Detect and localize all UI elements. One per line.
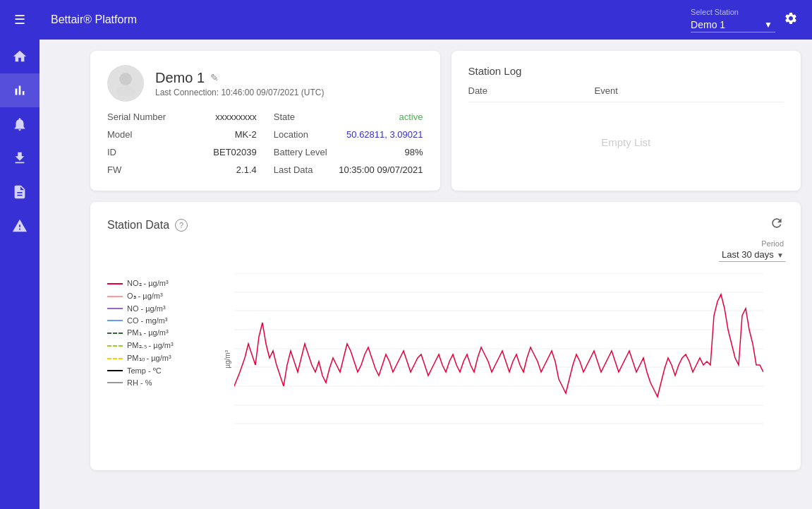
data-title: Station Data xyxy=(107,219,169,232)
legend-label-no2: NO₂ - µg/m³ xyxy=(127,279,169,288)
legend-label-o3: O₃ - µg/m³ xyxy=(127,292,163,301)
station-name: Demo 1 ✎ xyxy=(155,70,324,86)
label-lastdata: Last Data xyxy=(274,164,313,175)
chart-legend: NO₂ - µg/m³ O₃ - µg/m³ NO - µg/m³ CO - m… xyxy=(107,273,199,445)
detail-lastdata: Last Data 10:35:00 09/07/2021 xyxy=(274,163,423,176)
station-select-row: Demo 1 Demo 2 ▼ xyxy=(691,18,772,32)
period-label: Period xyxy=(761,239,784,248)
legend-label-pm10: PM₁₀ - µg/m³ xyxy=(127,354,171,363)
station-selector-wrapper: Select Station Demo 1 Demo 2 ▼ xyxy=(691,8,772,32)
label-serial: Serial Number xyxy=(107,112,166,122)
last-connection: Last Connection: 10:46:00 09/07/2021 (UT… xyxy=(155,88,324,97)
legend-co: CO - mg/m³ xyxy=(107,316,199,325)
value-model: MK-2 xyxy=(235,129,257,140)
value-fw: 2.1.4 xyxy=(236,164,257,175)
period-select[interactable]: Last 7 days Last 30 days Last 90 days xyxy=(719,248,785,262)
station-log-card: Station Log Date Event Empty List xyxy=(452,51,801,191)
sidebar-item-documents[interactable] xyxy=(0,175,40,209)
label-model: Model xyxy=(107,129,132,140)
value-battery: 98% xyxy=(404,147,423,157)
station-select[interactable]: Demo 1 Demo 2 xyxy=(691,18,775,32)
menu-icon: ☰ xyxy=(14,12,25,28)
chart-svg: 5 10 15 20 25 30 35 40 45 xyxy=(234,273,763,443)
sidebar-item-download[interactable] xyxy=(0,141,40,175)
legend-label-pm25: PM₂.₅ - µg/m³ xyxy=(127,341,174,350)
detail-state: State active xyxy=(274,110,423,124)
log-title: Station Log xyxy=(468,65,784,77)
refresh-button[interactable] xyxy=(770,216,784,234)
log-col-event: Event xyxy=(595,85,784,96)
value-id: BET02039 xyxy=(213,147,256,157)
legend-label-no: NO - µg/m³ xyxy=(127,304,166,313)
station-data-card: Station Data ? Period Last 7 days Last 3… xyxy=(90,202,801,470)
period-select-wrap: Last 7 days Last 30 days Last 90 days ▼ xyxy=(719,248,784,262)
period-wrapper: Period Last 7 days Last 30 days Last 90 … xyxy=(719,239,784,262)
chart-outer: µg/m³ 5 xyxy=(210,273,763,445)
sidebar-menu-button[interactable]: ☰ xyxy=(0,0,40,40)
detail-location: Location 50.62811, 3.09021 xyxy=(274,128,423,141)
main-content: Demo 1 ✎ Last Connection: 10:46:00 09/07… xyxy=(79,40,812,509)
legend-o3: O₃ - µg/m³ xyxy=(107,292,199,301)
detail-battery: Battery Level 98% xyxy=(274,145,423,159)
svg-point-0 xyxy=(119,73,132,85)
station-details: Serial Number xxxxxxxxx State active Mod… xyxy=(107,110,423,176)
legend-temp: Temp - ºC xyxy=(107,366,199,375)
chart-area: NO₂ - µg/m³ O₃ - µg/m³ NO - µg/m³ CO - m… xyxy=(107,273,784,445)
topbar-right: Select Station Demo 1 Demo 2 ▼ xyxy=(691,8,801,32)
legend-label-temp: Temp - ºC xyxy=(127,366,162,375)
cards-row: Demo 1 ✎ Last Connection: 10:46:00 09/07… xyxy=(90,51,801,191)
label-battery: Battery Level xyxy=(274,147,327,157)
sidebar-item-home[interactable] xyxy=(0,40,40,73)
legend-pm1: PM₁ - µg/m³ xyxy=(107,328,199,337)
help-icon[interactable]: ? xyxy=(175,219,188,232)
station-name-block: Demo 1 ✎ Last Connection: 10:46:00 09/07… xyxy=(155,70,324,97)
select-station-label: Select Station xyxy=(691,8,772,16)
detail-serial: Serial Number xxxxxxxxx xyxy=(107,110,257,124)
svg-point-1 xyxy=(116,86,135,96)
sidebar: ☰ xyxy=(0,0,40,509)
log-empty: Empty List xyxy=(468,108,784,176)
legend-pm10: PM₁₀ - µg/m³ xyxy=(107,354,199,363)
log-header: Date Event xyxy=(468,85,784,102)
app-title: Bettair® Platform xyxy=(51,13,137,26)
label-state: State xyxy=(274,112,295,122)
topbar: Bettair® Platform Select Station Demo 1 … xyxy=(40,0,812,40)
detail-fw: FW 2.1.4 xyxy=(107,163,257,176)
station-header: Demo 1 ✎ Last Connection: 10:46:00 09/07… xyxy=(107,65,423,102)
legend-label-co: CO - mg/m³ xyxy=(127,316,167,325)
label-location: Location xyxy=(274,129,308,140)
data-card-header: Station Data ? xyxy=(107,216,784,234)
y-axis-label: µg/m³ xyxy=(224,350,231,369)
value-location[interactable]: 50.62811, 3.09021 xyxy=(346,129,423,140)
sidebar-item-warning[interactable] xyxy=(0,209,40,243)
legend-no2: NO₂ - µg/m³ xyxy=(107,279,199,288)
legend-label-rh: RH - % xyxy=(127,378,152,387)
log-col-date: Date xyxy=(468,85,595,96)
sidebar-item-alerts[interactable] xyxy=(0,107,40,141)
value-lastdata: 10:35:00 09/07/2021 xyxy=(339,164,423,175)
data-title-row: Station Data ? xyxy=(107,219,188,232)
sidebar-item-charts[interactable] xyxy=(0,73,40,107)
legend-no: NO - µg/m³ xyxy=(107,304,199,313)
detail-id: ID BET02039 xyxy=(107,145,257,159)
legend-pm25: PM₂.₅ - µg/m³ xyxy=(107,341,199,350)
legend-label-pm1: PM₁ - µg/m³ xyxy=(127,328,169,337)
period-section: Period Last 7 days Last 30 days Last 90 … xyxy=(107,239,784,262)
settings-button[interactable] xyxy=(781,8,801,32)
value-state: active xyxy=(399,112,423,122)
label-fw: FW xyxy=(107,164,121,175)
legend-rh: RH - % xyxy=(107,378,199,387)
value-serial: xxxxxxxxx xyxy=(215,112,257,122)
label-id: ID xyxy=(107,147,116,157)
station-info-card: Demo 1 ✎ Last Connection: 10:46:00 09/07… xyxy=(90,51,440,191)
detail-model: Model MK-2 xyxy=(107,128,257,141)
edit-icon[interactable]: ✎ xyxy=(210,72,219,83)
avatar xyxy=(107,65,144,102)
chart-container: 5 10 15 20 25 30 35 40 45 xyxy=(234,273,763,445)
